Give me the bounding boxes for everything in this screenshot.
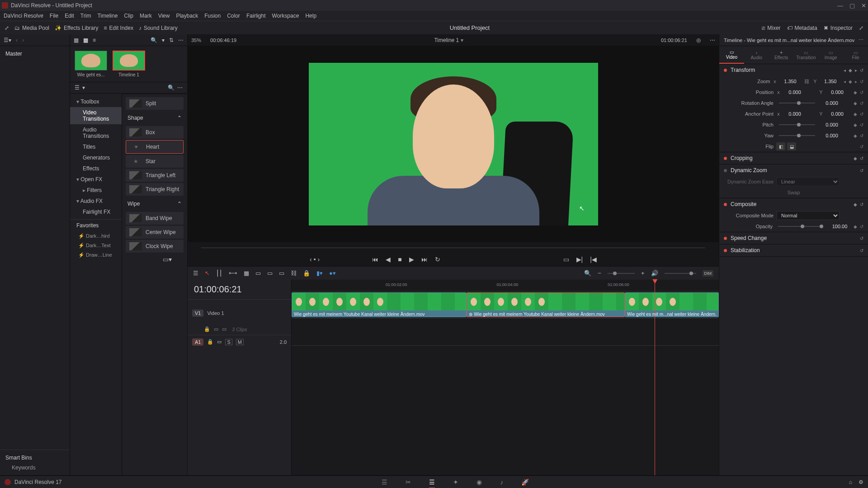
anchor-y-field[interactable]: 0.000 bbox=[826, 111, 849, 117]
favorite-item[interactable]: Draw…Line bbox=[70, 250, 122, 260]
transition-band-wipe[interactable]: Band Wipe bbox=[126, 212, 184, 225]
volume-icon[interactable]: 🔊 bbox=[651, 270, 658, 277]
menu-color[interactable]: Color bbox=[227, 13, 240, 19]
effects-item[interactable]: Effects bbox=[70, 163, 122, 174]
dim-button[interactable]: DIM bbox=[703, 270, 714, 277]
enabled-dot-icon[interactable] bbox=[724, 249, 727, 252]
flip-v-button[interactable]: ⬓ bbox=[787, 142, 796, 150]
track-enable-icon[interactable]: ▭ bbox=[214, 326, 218, 332]
tab-file[interactable]: ▭File bbox=[843, 46, 868, 64]
menu-fusion[interactable]: Fusion bbox=[204, 13, 221, 19]
a1-solo-button[interactable]: S bbox=[225, 339, 232, 345]
prev-edit-icon[interactable]: |◀ bbox=[590, 256, 597, 263]
menu-view[interactable]: View bbox=[158, 13, 170, 19]
wipe-group[interactable]: Wipe⌃ bbox=[126, 197, 184, 211]
zoom-percent[interactable]: 35% bbox=[191, 38, 201, 43]
composite-header[interactable]: Composite◆↺ bbox=[719, 198, 868, 210]
metadata-button[interactable]: 🏷Metadata bbox=[787, 25, 817, 31]
track-lock-icon[interactable]: 🔒 bbox=[204, 326, 210, 332]
shape-group[interactable]: Shape⌃ bbox=[126, 111, 184, 125]
menu-edit[interactable]: Edit bbox=[65, 13, 74, 19]
prev-frame-button[interactable]: ◀ bbox=[386, 256, 391, 263]
thumb-small-icon[interactable]: ▦ bbox=[74, 37, 79, 43]
page-cut[interactable]: ✂ bbox=[406, 479, 411, 486]
loop-button[interactable]: ↻ bbox=[435, 256, 440, 263]
clip-3[interactable]: Wie geht es mit m...nal weiter kleine Än… bbox=[625, 292, 719, 317]
pos-y-field[interactable]: 0.000 bbox=[826, 89, 849, 95]
thumb-list-icon[interactable]: ≡ bbox=[93, 37, 96, 43]
timeline-view-icon[interactable]: ☰ bbox=[193, 270, 198, 277]
stop-button[interactable]: ■ bbox=[398, 256, 401, 263]
cropping-header[interactable]: Cropping◆↺ bbox=[719, 152, 868, 164]
transition-box[interactable]: Box bbox=[126, 126, 184, 139]
viewer-scrubber[interactable] bbox=[188, 242, 719, 253]
anchor-x-field[interactable]: 0.000 bbox=[783, 111, 806, 117]
page-media[interactable]: ☰ bbox=[382, 479, 387, 486]
match-frame-icon[interactable]: ▭ bbox=[563, 256, 569, 263]
zoom-out-icon[interactable]: − bbox=[598, 270, 601, 277]
timeline-name[interactable]: Timeline 1 bbox=[434, 37, 459, 43]
edit-index-button[interactable]: ≡Edit Index bbox=[104, 25, 133, 31]
search-tl-icon[interactable]: 🔍 bbox=[584, 270, 591, 277]
titles-item[interactable]: Titles bbox=[70, 141, 122, 152]
transition-clock-wipe[interactable]: Clock Wipe bbox=[126, 240, 184, 253]
play-button[interactable]: ▶ bbox=[409, 256, 414, 263]
rotation-field[interactable]: 0.000 bbox=[821, 100, 843, 106]
clip-2[interactable]: ⊚ Wie geht es mit meinem Youtube Kanal w… bbox=[467, 292, 625, 317]
menu-clip[interactable]: Clip bbox=[124, 13, 133, 19]
tab-video[interactable]: ▭Video bbox=[719, 46, 744, 64]
maximize-button[interactable]: ▢ bbox=[849, 2, 855, 9]
expand-icon[interactable]: ⤢ bbox=[5, 25, 9, 31]
blade-tool[interactable]: ⎮⎮ bbox=[216, 270, 222, 277]
track-thumbnail-icon[interactable]: ▭ bbox=[222, 326, 226, 332]
comp-mode-select[interactable]: Normal bbox=[776, 211, 840, 220]
rotation-slider[interactable] bbox=[779, 103, 815, 103]
position-lock-icon[interactable]: 🔒 bbox=[303, 270, 310, 277]
yaw-slider[interactable] bbox=[779, 135, 815, 136]
inspector-button[interactable]: ✖Inspector bbox=[824, 25, 853, 31]
dropdown-icon[interactable]: ▾ bbox=[461, 37, 463, 43]
transition-triangle-right[interactable]: Triangle Right bbox=[126, 183, 184, 196]
page-fusion[interactable]: ✦ bbox=[453, 479, 458, 486]
zoom-slider[interactable] bbox=[608, 273, 635, 274]
video-track-header[interactable]: V1 Video 1 bbox=[188, 299, 291, 326]
menu-fairlight[interactable]: Fairlight bbox=[246, 13, 266, 19]
thumb-grid-icon[interactable]: ▦ bbox=[83, 37, 88, 43]
viewer-more-icon[interactable]: ⋯ bbox=[710, 37, 715, 43]
clip-thumbnail[interactable]: Wie geht es... bbox=[75, 51, 107, 77]
effects-library-button[interactable]: ✨Effects Library bbox=[55, 25, 98, 31]
opacity-field[interactable]: 100.00 bbox=[829, 224, 851, 229]
project-settings-icon[interactable]: ⚙ bbox=[859, 479, 863, 485]
kf-icon[interactable]: ◆ bbox=[849, 68, 852, 73]
audio-track-header[interactable]: A1 🔒 ▭ S M 2.0 bbox=[188, 335, 291, 348]
zoom-x-field[interactable]: 1.350 bbox=[780, 79, 801, 84]
video-transitions-item[interactable]: Video Transitions bbox=[70, 107, 122, 124]
pitch-slider[interactable] bbox=[779, 124, 815, 125]
append-icon[interactable]: ▭ bbox=[279, 270, 284, 277]
openfx-group[interactable]: Open FX bbox=[70, 174, 122, 185]
flag-icon[interactable]: ▮▾ bbox=[316, 270, 323, 277]
transition-split[interactable]: Split bbox=[126, 97, 184, 110]
tab-audio[interactable]: ♪Audio bbox=[744, 46, 769, 64]
volume-slider[interactable] bbox=[665, 273, 696, 274]
master-bin[interactable]: Master bbox=[5, 51, 64, 57]
page-fairlight[interactable]: ♪ bbox=[500, 479, 503, 486]
audiofx-group[interactable]: Audio FX bbox=[70, 196, 122, 206]
enabled-dot-icon[interactable] bbox=[724, 157, 727, 160]
transition-heart[interactable]: ♥Heart bbox=[126, 140, 184, 154]
prev-kf-icon[interactable]: ◂ bbox=[844, 68, 846, 73]
mixer-button[interactable]: ⎚Mixer bbox=[762, 25, 780, 31]
next-edit-icon[interactable]: ▶| bbox=[576, 256, 583, 263]
insert-icon[interactable]: ▦ bbox=[244, 270, 249, 277]
fx-chevron-icon[interactable]: ▾ bbox=[82, 84, 85, 91]
sort-icon[interactable]: ⇅ bbox=[169, 37, 174, 43]
transform-header[interactable]: Transform ◂◆▸↺ bbox=[719, 64, 868, 76]
zoom-in-icon[interactable]: + bbox=[641, 270, 645, 277]
link-icon[interactable]: ⛓ bbox=[291, 270, 297, 277]
enabled-dot-icon[interactable] bbox=[724, 203, 727, 206]
playhead[interactable] bbox=[655, 280, 655, 475]
last-frame-button[interactable]: ⏭ bbox=[421, 256, 428, 263]
search-icon[interactable]: 🔍 bbox=[151, 37, 157, 43]
replace-icon[interactable]: ▭ bbox=[267, 270, 273, 277]
first-frame-button[interactable]: ⏮ bbox=[372, 256, 378, 263]
